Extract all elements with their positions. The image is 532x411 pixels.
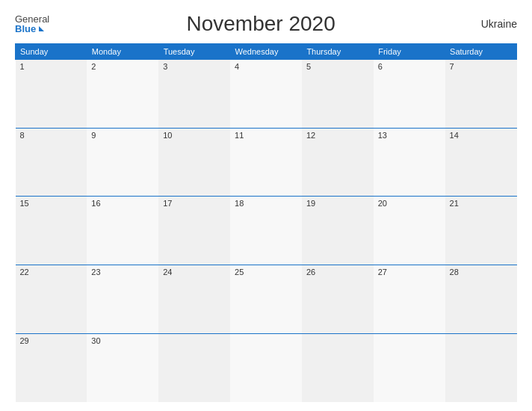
day-13: 13 (374, 128, 445, 197)
day-empty-5 (445, 333, 517, 402)
day-29: 29 (16, 333, 87, 402)
header-tuesday: Tuesday (158, 44, 230, 60)
day-10: 10 (158, 128, 230, 197)
day-5: 5 (302, 60, 374, 129)
day-21: 21 (445, 197, 517, 265)
day-17: 17 (158, 197, 230, 265)
day-19: 19 (302, 197, 374, 265)
day-26: 26 (302, 265, 374, 334)
day-9: 9 (87, 128, 158, 197)
weekday-header-row: Sunday Monday Tuesday Wednesday Thursday… (16, 44, 517, 60)
day-15: 15 (16, 197, 87, 265)
day-empty-3 (302, 333, 374, 402)
day-23: 23 (87, 265, 158, 334)
logo-blue-text: Blue (15, 24, 36, 34)
day-14: 14 (445, 128, 517, 197)
day-30: 30 (87, 333, 158, 402)
header-sunday: Sunday (16, 44, 87, 60)
day-28: 28 (445, 265, 517, 334)
day-12: 12 (302, 128, 374, 197)
day-1: 1 (16, 60, 87, 129)
day-empty-2 (230, 333, 302, 402)
day-empty-4 (374, 333, 445, 402)
calendar-page: General Blue November 2020 Ukraine Sunda… (0, 0, 532, 411)
day-4: 4 (230, 60, 302, 129)
header-friday: Friday (374, 44, 445, 60)
header-saturday: Saturday (445, 44, 517, 60)
week-row-5: 29 30 (16, 333, 517, 402)
day-11: 11 (230, 128, 302, 197)
header-wednesday: Wednesday (230, 44, 302, 60)
country-label: Ukraine (472, 18, 517, 30)
week-row-4: 22 23 24 25 26 27 28 (16, 265, 517, 334)
calendar-title: November 2020 (49, 12, 472, 36)
calendar-table: Sunday Monday Tuesday Wednesday Thursday… (15, 43, 517, 402)
day-8: 8 (16, 128, 87, 197)
week-row-2: 8 9 10 11 12 13 14 (16, 128, 517, 197)
day-24: 24 (158, 265, 230, 334)
week-row-3: 15 16 17 18 19 20 21 (16, 197, 517, 265)
logo-blue-row: Blue (15, 24, 44, 34)
week-row-1: 1 2 3 4 5 6 7 (16, 60, 517, 129)
day-22: 22 (16, 265, 87, 334)
day-27: 27 (374, 265, 445, 334)
day-empty-1 (158, 333, 230, 402)
logo: General Blue (15, 14, 49, 34)
day-16: 16 (87, 197, 158, 265)
header: General Blue November 2020 Ukraine (15, 12, 517, 36)
header-thursday: Thursday (302, 44, 374, 60)
day-18: 18 (230, 197, 302, 265)
day-2: 2 (87, 60, 158, 129)
logo-triangle-icon (39, 26, 44, 31)
day-3: 3 (158, 60, 230, 129)
day-7: 7 (445, 60, 517, 129)
day-25: 25 (230, 265, 302, 334)
header-monday: Monday (87, 44, 158, 60)
day-6: 6 (374, 60, 445, 129)
day-20: 20 (374, 197, 445, 265)
